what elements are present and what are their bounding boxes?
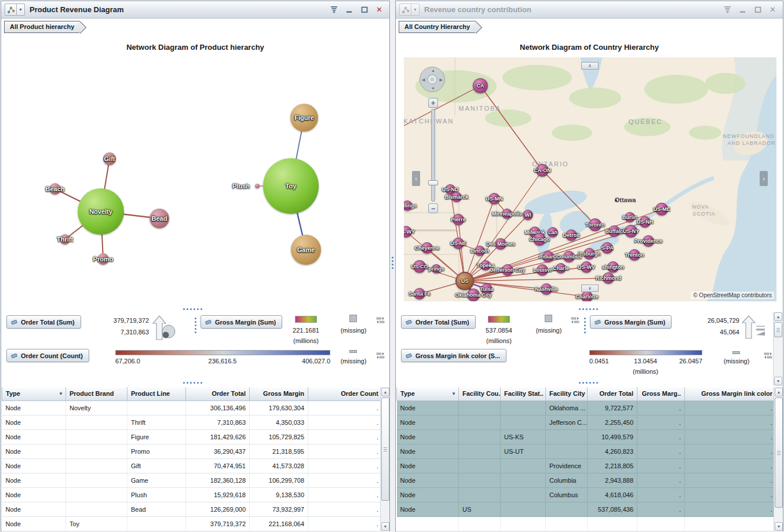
close-button[interactable]: ✕ bbox=[767, 4, 778, 15]
splitter-handle[interactable] bbox=[579, 308, 598, 310]
swap-legend-icon[interactable] bbox=[764, 351, 772, 362]
column-header[interactable]: Type▼ bbox=[397, 387, 459, 400]
table-row[interactable]: NodeOklahoma ...9,722,577.. bbox=[397, 400, 776, 415]
collapse-up-button[interactable]: ∧ bbox=[581, 62, 599, 70]
table-row[interactable]: NodePlush15,929,6189,138,530. bbox=[2, 487, 382, 502]
table-row[interactable]: NodeColumbus4,618,046.. bbox=[397, 487, 776, 502]
hierarchy-breadcrumb[interactable]: All Country Hierarchy bbox=[399, 21, 476, 33]
column-filter-icon[interactable]: ▼ bbox=[451, 391, 456, 396]
column-header[interactable]: Gross Margin link color bbox=[685, 387, 776, 400]
table-row[interactable]: NodeUS537,085,436.. bbox=[397, 502, 776, 516]
node-us[interactable]: US bbox=[455, 272, 474, 290]
network-diagram-icon[interactable] bbox=[5, 3, 17, 16]
node-figure[interactable]: Figure bbox=[290, 104, 318, 132]
column-header[interactable]: Facility City bbox=[546, 387, 588, 400]
panel-splitter[interactable] bbox=[390, 1, 395, 531]
node-santa-fe[interactable]: Santa Fe bbox=[414, 288, 425, 300]
node-us-me[interactable]: US-ME bbox=[655, 203, 668, 216]
close-button[interactable]: ✕ bbox=[374, 4, 385, 15]
column-filter-icon[interactable]: ▼ bbox=[59, 391, 63, 396]
table-row[interactable]: NodeToy379,719,372221,168,064. bbox=[2, 516, 382, 531]
swap-legend-icon[interactable] bbox=[376, 316, 385, 326]
node-pierre[interactable]: Pierre bbox=[453, 214, 464, 225]
node-plush[interactable]: Plush bbox=[255, 184, 260, 188]
scroll-down-icon[interactable]: ▼ bbox=[775, 522, 783, 531]
node-columbus[interactable]: Columbus bbox=[563, 251, 575, 263]
node-us-ne[interactable]: US-NE bbox=[453, 238, 464, 249]
node-detroit[interactable]: Detroit bbox=[566, 229, 577, 241]
table-row[interactable]: NodePromo36,290,43721,318,595. bbox=[2, 444, 382, 458]
node-indianapolis[interactable]: Indiana bbox=[542, 251, 554, 263]
table-row[interactable]: NodeThrift7,310,8634,350,033. bbox=[2, 415, 382, 429]
node-des-moines[interactable]: Des Moines bbox=[495, 238, 506, 250]
table-row[interactable]: NodeBead126,269,00073,932,997. bbox=[2, 502, 382, 516]
node-richmond[interactable]: Richmond bbox=[603, 272, 614, 284]
node-bismarck[interactable]: Bismarck bbox=[451, 192, 462, 202]
node-charleston[interactable]: Charle bbox=[556, 263, 566, 274]
node-gift[interactable]: Gift bbox=[103, 152, 116, 165]
node-louisville[interactable]: Louisvi bbox=[537, 264, 548, 276]
node-washington[interactable]: shington bbox=[607, 261, 619, 273]
order-total-legend-button[interactable]: Order Total (Sum) bbox=[401, 315, 476, 329]
node-minneapolis[interactable]: Minneapolis bbox=[502, 209, 512, 219]
node-springs[interactable]: prings bbox=[432, 264, 441, 274]
column-header[interactable]: Product Brand bbox=[66, 387, 127, 400]
node-providence[interactable]: Providence bbox=[643, 235, 654, 247]
object-menu-dropdown-icon[interactable]: ▼ bbox=[411, 3, 420, 16]
column-header[interactable]: Facility Stat.. bbox=[501, 387, 546, 400]
node-jefferson-city[interactable]: Jefferson City bbox=[502, 264, 513, 276]
scroll-thumb[interactable] bbox=[775, 398, 783, 508]
scroll-down-icon[interactable]: ▼ bbox=[774, 377, 782, 385]
table-row[interactable]: NodeColumbia2,943,888.. bbox=[397, 473, 776, 487]
node-us-nh[interactable]: US-NH bbox=[639, 216, 651, 228]
scroll-thumb[interactable] bbox=[774, 322, 782, 337]
node-pittsburgh[interactable]: ittsburgh bbox=[584, 248, 595, 260]
node-ca-on[interactable]: CA-ON bbox=[536, 164, 549, 177]
node-us-co[interactable]: US-CO bbox=[413, 260, 426, 273]
node-thrift[interactable]: Thrift bbox=[60, 234, 70, 245]
node-promo[interactable]: Promo bbox=[97, 253, 109, 265]
swap-legend-icon[interactable] bbox=[376, 351, 385, 362]
map-pan-compass[interactable]: ▲ ▼ ◀ ▶ bbox=[420, 67, 445, 92]
order-count-legend-button[interactable]: Order Count (Count) bbox=[6, 349, 89, 362]
order-total-legend-button[interactable]: Order Total (Sum) bbox=[6, 315, 81, 329]
column-header[interactable]: Type▼ bbox=[2, 387, 66, 400]
table-row[interactable]: NodeGift70,474,95141,573,028. bbox=[2, 458, 382, 473]
table-row[interactable]: NodeUS-UT4,260,823.. bbox=[397, 444, 776, 458]
column-header[interactable]: Order Total bbox=[186, 387, 250, 400]
node-toronto[interactable]: Toronto bbox=[589, 218, 601, 231]
maximize-button[interactable] bbox=[752, 4, 763, 15]
node-us-ny[interactable]: US-NY bbox=[625, 225, 637, 238]
table-row[interactable]: NodeNovelty306,136,496179,630,304. bbox=[2, 400, 382, 415]
scroll-up-icon[interactable]: ▲ bbox=[381, 388, 389, 396]
node-charlotte[interactable]: Charlotte bbox=[581, 291, 593, 301]
column-header[interactable]: Product Line bbox=[127, 387, 186, 400]
legend-scrollbar[interactable]: ▲ ▼ bbox=[773, 312, 782, 386]
node-buffalo[interactable]: Buffalo bbox=[608, 225, 620, 237]
zoom-slider-track[interactable] bbox=[431, 109, 435, 202]
pan-left-icon[interactable]: ◀ bbox=[422, 78, 425, 82]
legend-splitter[interactable] bbox=[584, 318, 586, 333]
object-menu-dropdown-icon[interactable]: ▼ bbox=[17, 3, 25, 16]
splitter-handle[interactable] bbox=[579, 382, 598, 384]
collapse-down-button[interactable]: ∨ bbox=[581, 285, 599, 292]
zoom-out-button[interactable]: − bbox=[428, 203, 438, 213]
splitter-handle[interactable] bbox=[183, 382, 202, 384]
geo-map[interactable]: ▲ ▼ ◀ ▶ + − ‹ › ∧ ∨ © OpenStreetMap cont… bbox=[404, 57, 776, 301]
map-pan-right-button[interactable]: › bbox=[760, 171, 768, 186]
node-toy[interactable]: Toy bbox=[263, 158, 319, 214]
table-row[interactable]: NodeJefferson C...2,255,450.. bbox=[397, 415, 776, 429]
splitter-handle[interactable] bbox=[183, 308, 202, 310]
gross-margin-legend-button[interactable]: Gross Margin (Sum) bbox=[590, 315, 672, 329]
node-us-mn[interactable]: US-MN bbox=[488, 193, 500, 205]
node-trenton[interactable]: Trenton bbox=[629, 249, 640, 261]
zoom-slider-thumb[interactable] bbox=[428, 180, 438, 185]
node-nashville[interactable]: Nashville bbox=[541, 283, 552, 295]
pan-up-icon[interactable]: ▲ bbox=[431, 68, 435, 72]
node-topeka[interactable]: Topeka bbox=[480, 260, 491, 271]
zoom-in-button[interactable]: + bbox=[428, 98, 438, 108]
node-burlington[interactable]: Burlin bbox=[625, 212, 635, 223]
minimize-button[interactable] bbox=[737, 4, 748, 15]
network-diagram-icon[interactable] bbox=[399, 3, 411, 16]
scroll-up-icon[interactable]: ▲ bbox=[775, 388, 783, 396]
